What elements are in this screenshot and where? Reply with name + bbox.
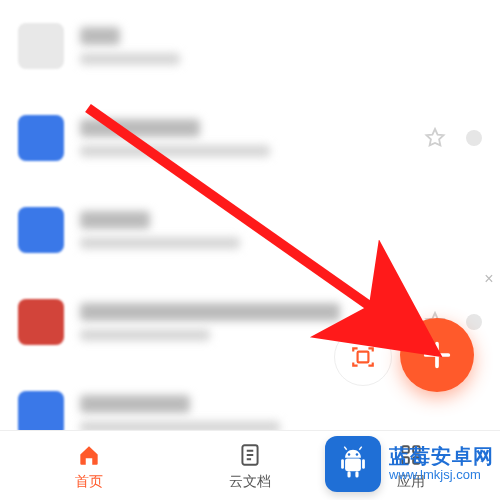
item-text — [80, 395, 482, 433]
file-thumbnail — [18, 207, 64, 253]
svg-line-15 — [359, 447, 361, 450]
item-text — [80, 27, 482, 65]
svg-rect-0 — [358, 352, 369, 363]
svg-line-14 — [344, 447, 346, 450]
tab-label: 云文档 — [229, 473, 271, 491]
svg-rect-11 — [362, 459, 365, 469]
tab-cloud[interactable]: 云文档 — [190, 441, 310, 491]
scan-button[interactable] — [334, 328, 392, 386]
home-icon — [76, 441, 102, 469]
item-title — [80, 27, 120, 45]
close-label: × — [484, 270, 493, 288]
item-title — [80, 119, 200, 137]
svg-point-8 — [348, 453, 351, 456]
svg-rect-12 — [347, 471, 350, 477]
plus-icon — [420, 338, 454, 372]
item-actions — [422, 125, 482, 151]
more-icon[interactable] — [466, 314, 482, 330]
item-title — [80, 395, 190, 413]
add-button[interactable] — [400, 318, 474, 392]
file-thumbnail — [18, 115, 64, 161]
svg-rect-10 — [341, 459, 344, 469]
svg-point-9 — [356, 453, 359, 456]
svg-rect-13 — [355, 471, 358, 477]
list-item[interactable] — [18, 0, 482, 92]
watermark-title: 蓝莓安卓网 — [389, 445, 494, 468]
file-thumbnail — [18, 299, 64, 345]
item-subtitle — [80, 53, 180, 65]
android-robot-icon — [334, 445, 372, 483]
list-item[interactable] — [18, 92, 482, 184]
item-title — [80, 211, 150, 229]
more-icon[interactable] — [466, 130, 482, 146]
watermark: 蓝莓安卓网 www.lmkjsj.com — [325, 436, 494, 492]
doc-icon — [237, 441, 263, 469]
svg-rect-7 — [345, 458, 361, 471]
star-icon[interactable] — [422, 125, 448, 151]
tab-label: 首页 — [75, 473, 103, 491]
item-subtitle — [80, 329, 210, 341]
item-text — [80, 211, 482, 249]
watermark-url: www.lmkjsj.com — [389, 468, 494, 483]
watermark-logo-icon — [325, 436, 381, 492]
scan-icon — [350, 344, 376, 370]
item-title — [80, 303, 340, 321]
document-list — [0, 0, 500, 460]
close-icon[interactable]: × — [478, 256, 500, 302]
item-subtitle — [80, 145, 270, 157]
list-item[interactable] — [18, 184, 482, 276]
watermark-text: 蓝莓安卓网 www.lmkjsj.com — [389, 445, 494, 483]
item-subtitle — [80, 237, 240, 249]
file-thumbnail — [18, 23, 64, 69]
tab-home[interactable]: 首页 — [29, 441, 149, 491]
item-text — [80, 119, 406, 157]
